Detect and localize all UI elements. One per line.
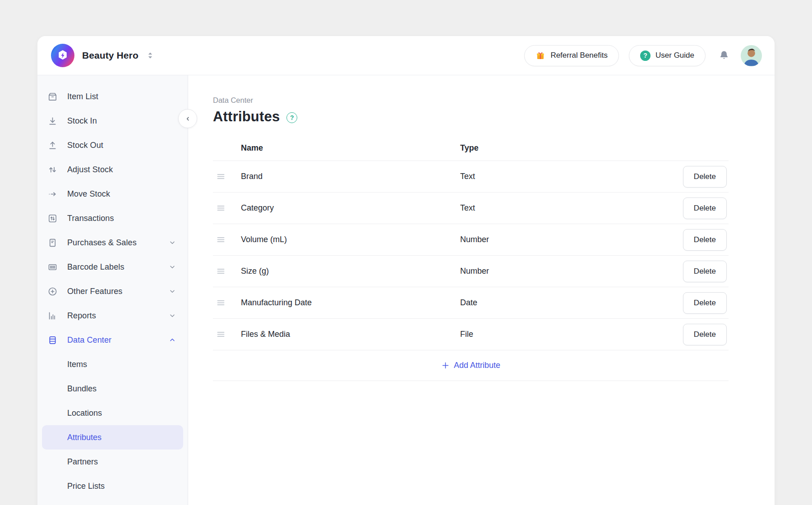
attribute-type: Date bbox=[460, 298, 477, 308]
main-content: Data Center Attributes ? Name Type Brand… bbox=[188, 75, 775, 505]
top-bar: Beauty Hero Referral Benefits ? Us bbox=[37, 36, 775, 75]
attribute-name: Brand bbox=[241, 172, 460, 181]
sidebar-item-barcode-labels[interactable]: Barcode Labels bbox=[37, 255, 188, 279]
box-icon bbox=[47, 91, 58, 102]
delete-button[interactable]: Delete bbox=[683, 261, 727, 282]
sidebar-item-label: Move Stock bbox=[67, 189, 110, 199]
bar-chart-icon bbox=[47, 310, 58, 321]
move-stock-icon bbox=[47, 188, 58, 199]
bell-icon bbox=[718, 50, 730, 61]
sidebar-subitem-partners[interactable]: Partners bbox=[37, 450, 188, 474]
sidebar-item-transactions[interactable]: Transactions bbox=[37, 206, 188, 230]
sidebar-item-adjust-stock[interactable]: Adjust Stock bbox=[37, 157, 188, 182]
help-circle-icon: ? bbox=[640, 50, 651, 61]
workspace-name: Beauty Hero bbox=[82, 50, 138, 61]
database-icon bbox=[47, 335, 58, 345]
chevron-down-icon bbox=[169, 263, 176, 271]
sidebar-item-label: Purchases & Sales bbox=[67, 238, 137, 248]
plus-circle-icon bbox=[47, 286, 58, 297]
sidebar-subitem-label: Items bbox=[67, 360, 87, 369]
table-row: Category Text Delete bbox=[213, 193, 729, 224]
table-row: Size (g) Number Delete bbox=[213, 256, 729, 287]
chevron-left-icon bbox=[185, 115, 191, 122]
sidebar-subitem-label: Bundles bbox=[67, 384, 97, 394]
sidebar-item-reports[interactable]: Reports bbox=[37, 303, 188, 328]
sidebar-subitem-locations[interactable]: Locations bbox=[37, 401, 188, 425]
drag-handle-icon[interactable] bbox=[213, 300, 241, 306]
sidebar-subitem-label: Price Lists bbox=[67, 482, 105, 491]
attribute-name: Manufacturing Date bbox=[241, 298, 460, 308]
sidebar-item-data-center[interactable]: Data Center bbox=[37, 328, 188, 352]
sidebar-collapse-button[interactable] bbox=[178, 109, 197, 128]
table-row: Volume (mL) Number Delete bbox=[213, 224, 729, 256]
sidebar-item-label: Adjust Stock bbox=[67, 165, 113, 174]
delete-button[interactable]: Delete bbox=[683, 292, 727, 314]
chevron-down-icon bbox=[169, 288, 176, 295]
table-row: Brand Text Delete bbox=[213, 161, 729, 193]
page-title: Attributes bbox=[213, 109, 280, 125]
app-window: Beauty Hero Referral Benefits ? Us bbox=[37, 36, 775, 505]
avatar-photo bbox=[741, 46, 762, 66]
drag-handle-icon[interactable] bbox=[213, 237, 241, 243]
sidebar-item-label: Data Center bbox=[67, 335, 111, 345]
referral-benefits-label: Referral Benefits bbox=[550, 51, 608, 60]
sidebar-item-item-list[interactable]: Item List bbox=[37, 84, 188, 109]
sidebar-item-purchases-sales[interactable]: Purchases & Sales bbox=[37, 230, 188, 255]
attribute-name: Files & Media bbox=[241, 330, 460, 339]
drag-handle-icon[interactable] bbox=[213, 174, 241, 179]
drag-handle-icon[interactable] bbox=[213, 331, 241, 337]
sidebar-subitem-label: Attributes bbox=[67, 433, 102, 442]
table-row: Files & Media File Delete bbox=[213, 319, 729, 350]
sidebar-item-label: Barcode Labels bbox=[67, 262, 125, 272]
add-attribute-label: Add Attribute bbox=[454, 361, 500, 370]
sidebar-item-label: Other Features bbox=[67, 287, 122, 296]
delete-button[interactable]: Delete bbox=[683, 229, 727, 251]
sidebar-subitem-bundles[interactable]: Bundles bbox=[37, 376, 188, 401]
sidebar-item-move-stock[interactable]: Move Stock bbox=[37, 182, 188, 206]
sidebar-item-other-features[interactable]: Other Features bbox=[37, 279, 188, 303]
referral-benefits-button[interactable]: Referral Benefits bbox=[524, 45, 619, 66]
attribute-type: Text bbox=[460, 172, 475, 181]
notifications-button[interactable] bbox=[717, 50, 731, 61]
page-help-icon[interactable]: ? bbox=[286, 112, 297, 123]
adjust-stock-icon bbox=[47, 164, 58, 175]
stock-in-icon bbox=[47, 115, 58, 126]
drag-handle-icon[interactable] bbox=[213, 268, 241, 274]
breadcrumb: Data Center bbox=[213, 96, 775, 105]
sidebar-item-label: Item List bbox=[67, 92, 98, 101]
user-avatar[interactable] bbox=[741, 45, 762, 66]
drag-handle-icon[interactable] bbox=[213, 205, 241, 211]
table-header: Name Type bbox=[213, 136, 729, 161]
sidebar: Item List Stock In Stock Out bbox=[37, 75, 188, 505]
sidebar-item-stock-out[interactable]: Stock Out bbox=[37, 133, 188, 157]
table-row: Manufacturing Date Date Delete bbox=[213, 287, 729, 319]
sidebar-subitem-price-lists[interactable]: Price Lists bbox=[37, 474, 188, 498]
sidebar-subitem-attributes[interactable]: Attributes bbox=[42, 425, 183, 450]
attribute-type: File bbox=[460, 330, 473, 339]
attribute-type: Number bbox=[460, 235, 489, 244]
delete-button[interactable]: Delete bbox=[683, 166, 727, 188]
attribute-name: Category bbox=[241, 203, 460, 213]
user-guide-button[interactable]: ? User Guide bbox=[629, 45, 706, 66]
add-attribute-button[interactable]: Add Attribute bbox=[213, 350, 729, 381]
sidebar-subitem-label: Partners bbox=[67, 457, 98, 467]
workspace-switcher[interactable] bbox=[147, 51, 154, 60]
attribute-type: Text bbox=[460, 203, 475, 213]
chevron-up-icon bbox=[169, 336, 176, 344]
chevron-down-icon bbox=[169, 239, 176, 246]
sidebar-item-label: Stock Out bbox=[67, 141, 103, 150]
plus-icon bbox=[441, 361, 450, 370]
sidebar-item-stock-in[interactable]: Stock In bbox=[37, 109, 188, 133]
attribute-type: Number bbox=[460, 266, 489, 276]
barcode-icon bbox=[47, 262, 58, 272]
sidebar-item-label: Transactions bbox=[67, 214, 114, 223]
transactions-icon bbox=[47, 213, 58, 224]
app-logo bbox=[51, 44, 74, 67]
column-header-name: Name bbox=[241, 143, 460, 153]
attribute-name: Volume (mL) bbox=[241, 235, 460, 244]
delete-button[interactable]: Delete bbox=[683, 197, 727, 219]
delete-button[interactable]: Delete bbox=[683, 324, 727, 345]
column-header-type: Type bbox=[460, 143, 479, 153]
sidebar-subitem-items[interactable]: Items bbox=[37, 352, 188, 376]
sidebar-item-label: Reports bbox=[67, 311, 96, 321]
